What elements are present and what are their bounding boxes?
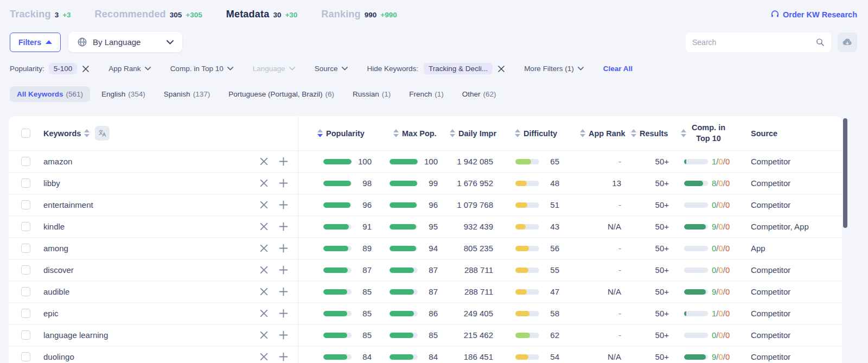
max-pop-bar xyxy=(390,224,418,230)
nav-tab-tracking[interactable]: Tracking 3 +3 xyxy=(10,9,71,20)
remove-keyword-icon[interactable] xyxy=(260,331,268,339)
difficulty-bar xyxy=(515,333,539,338)
results-value: 50+ xyxy=(631,309,672,318)
export-button[interactable] xyxy=(838,33,857,52)
nav-tab-recommended[interactable]: Recommended 305 +305 xyxy=(95,9,202,20)
comp-in-top10-filter[interactable]: Comp. in Top 10 xyxy=(170,65,233,73)
app-rank-filter[interactable]: App Rank xyxy=(108,65,150,73)
app-rank-value: N/A xyxy=(577,287,631,296)
group-by-language-dropdown[interactable]: By Language xyxy=(68,32,182,52)
remove-keyword-icon[interactable] xyxy=(260,266,268,274)
app-rank-value: N/A xyxy=(577,222,631,231)
nav-tab-metadata[interactable]: Metadata 30 +30 xyxy=(226,9,298,20)
remove-hide-keywords-filter-icon[interactable] xyxy=(498,66,505,72)
max-pop-bar xyxy=(390,289,418,295)
comp-in-top10-cell: 9/0/0 xyxy=(672,352,736,361)
language-tab-count: (561) xyxy=(66,90,84,98)
max-pop-cell: 87 xyxy=(379,287,445,296)
row-checkbox[interactable] xyxy=(21,179,30,188)
row-checkbox[interactable] xyxy=(21,200,30,209)
remove-keyword-icon[interactable] xyxy=(260,309,268,317)
vertical-scrollbar[interactable] xyxy=(843,118,847,228)
order-kw-research-link[interactable]: Order KW Research xyxy=(770,10,857,19)
popularity-filter-chip[interactable]: 5-100 xyxy=(49,63,78,74)
sort-comp-button[interactable] xyxy=(681,129,686,137)
app-rank-value: - xyxy=(577,244,631,253)
language-tabs: All Keywords(561)English(354)Spanish(137… xyxy=(0,74,868,102)
sort-popularity-button[interactable] xyxy=(317,129,323,137)
filters-button[interactable]: Filters xyxy=(10,33,61,52)
source-value: Competitor xyxy=(736,265,842,275)
max-pop-bar xyxy=(390,268,418,273)
select-all-checkbox[interactable] xyxy=(21,129,30,138)
source-filter[interactable]: Source xyxy=(315,65,348,73)
add-keyword-icon[interactable] xyxy=(279,179,288,188)
remove-keyword-icon[interactable] xyxy=(260,353,268,361)
clear-all-filters-link[interactable]: Clear All xyxy=(603,65,633,73)
difficulty-cell: 62 xyxy=(501,330,577,340)
popularity-bar xyxy=(323,181,352,186)
nav-tab-count: 3 xyxy=(55,11,59,19)
add-keyword-icon[interactable] xyxy=(279,309,288,318)
language-tab-other[interactable]: Other(62) xyxy=(455,86,503,102)
sort-keywords-button[interactable] xyxy=(84,129,90,137)
search-icon[interactable] xyxy=(815,37,825,47)
language-tab-french[interactable]: French(1) xyxy=(402,86,451,102)
search-input[interactable] xyxy=(692,38,815,47)
sort-difficulty-button[interactable] xyxy=(515,129,520,137)
language-tab-count: (354) xyxy=(128,90,145,98)
results-value: 50+ xyxy=(631,244,672,253)
add-keyword-icon[interactable] xyxy=(279,287,288,296)
sort-results-button[interactable] xyxy=(631,129,636,137)
comp-bar xyxy=(684,333,708,338)
max-pop-bar xyxy=(390,181,418,186)
add-keyword-icon[interactable] xyxy=(279,200,288,209)
language-tab-all-keywords[interactable]: All Keywords(561) xyxy=(10,86,90,102)
sort-max-pop-button[interactable] xyxy=(393,129,399,137)
remove-keyword-icon[interactable] xyxy=(260,222,268,231)
row-checkbox[interactable] xyxy=(21,287,30,296)
row-checkbox[interactable] xyxy=(21,309,30,318)
language-tab-spanish[interactable]: Spanish(137) xyxy=(157,86,217,102)
row-checkbox[interactable] xyxy=(21,352,30,361)
remove-popularity-filter-icon[interactable] xyxy=(82,66,89,72)
row-checkbox[interactable] xyxy=(21,330,30,340)
add-keyword-icon[interactable] xyxy=(279,265,288,275)
globe-icon xyxy=(77,37,87,47)
translate-button[interactable] xyxy=(95,126,110,141)
add-keyword-icon[interactable] xyxy=(279,330,288,340)
remove-keyword-icon[interactable] xyxy=(260,157,268,165)
difficulty-bar xyxy=(515,159,539,164)
max-pop-cell: 94 xyxy=(379,244,445,253)
remove-keyword-icon[interactable] xyxy=(260,201,268,209)
sort-app-rank-button[interactable] xyxy=(580,129,585,137)
add-keyword-icon[interactable] xyxy=(279,352,288,361)
comp-filter-label: Comp. in Top 10 xyxy=(170,65,224,73)
keyword-label: language learning xyxy=(43,330,260,340)
daily-impr-value: 1 942 085 xyxy=(445,157,501,166)
row-checkbox[interactable] xyxy=(21,222,30,231)
row-checkbox[interactable] xyxy=(21,157,30,166)
hide-keywords-chip[interactable]: Tracking & Decli... xyxy=(424,63,493,74)
add-keyword-icon[interactable] xyxy=(279,244,288,253)
language-tab-count: (1) xyxy=(382,90,391,98)
table-row: kindle 91 95 932 439 43 N/A 50+ xyxy=(9,216,842,238)
language-tab-english[interactable]: English(354) xyxy=(94,86,152,102)
language-tab-portuguese-portugal-brazil[interactable]: Portuguese (Portugal, Brazil)(6) xyxy=(221,86,341,102)
language-tab-russian[interactable]: Russian(1) xyxy=(346,86,398,102)
remove-keyword-icon[interactable] xyxy=(260,179,268,187)
table-row: discover 87 87 288 711 55 - 50+ xyxy=(9,259,842,281)
more-filters-dropdown[interactable]: More Filters (1) xyxy=(524,65,584,73)
difficulty-value: 51 xyxy=(544,200,559,209)
remove-keyword-icon[interactable] xyxy=(260,288,268,296)
nav-tab-count: 990 xyxy=(365,11,377,19)
row-checkbox[interactable] xyxy=(21,244,30,253)
remove-keyword-icon[interactable] xyxy=(260,244,268,252)
add-keyword-icon[interactable] xyxy=(279,157,288,166)
sort-daily-impr-button[interactable] xyxy=(450,129,455,137)
row-checkbox[interactable] xyxy=(21,265,30,275)
max-pop-value: 96 xyxy=(423,200,438,209)
col-keywords: Keywords xyxy=(43,129,81,138)
nav-tab-ranking[interactable]: Ranking 990 +990 xyxy=(321,9,397,20)
add-keyword-icon[interactable] xyxy=(279,222,288,231)
